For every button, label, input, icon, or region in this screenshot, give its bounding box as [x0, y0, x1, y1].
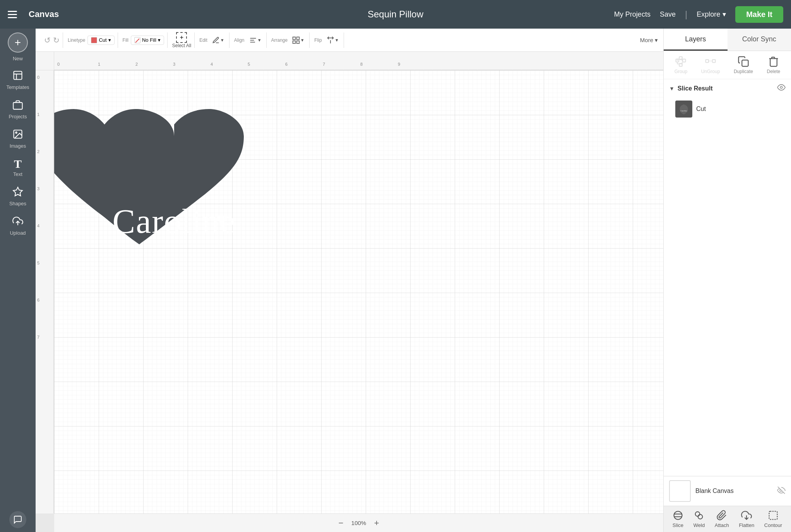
- text-label: Text: [13, 171, 22, 177]
- layer-section-header[interactable]: ▼ Slice Result: [664, 79, 791, 97]
- tab-layers[interactable]: Layers: [664, 29, 728, 51]
- text-icon: T: [14, 158, 22, 170]
- layer-thumbnail: Caroline: [675, 101, 692, 118]
- undo-button[interactable]: ↺: [44, 36, 51, 45]
- align-button[interactable]: ▾: [247, 35, 263, 46]
- svg-text:4: 4: [211, 62, 213, 66]
- attach-tool[interactable]: Attach: [715, 510, 729, 528]
- canvas-container: 0 1 2 3 4 5 6 7 8 9 0 1 2: [36, 52, 663, 532]
- slice-label: Slice: [673, 522, 683, 528]
- delete-action[interactable]: Delete: [767, 56, 781, 74]
- svg-point-48: [780, 86, 782, 89]
- flatten-tool[interactable]: Flatten: [739, 510, 754, 528]
- fill-label: Fill: [123, 38, 128, 43]
- svg-point-54: [695, 512, 700, 517]
- sidebar-item-templates[interactable]: Templates: [0, 66, 36, 94]
- sidebar-item-shapes[interactable]: Shapes: [0, 182, 36, 210]
- select-all-icon: +: [176, 32, 187, 43]
- weld-tool[interactable]: Weld: [693, 510, 705, 528]
- templates-label: Templates: [6, 84, 29, 90]
- blank-canvas-visibility-icon[interactable]: [777, 486, 786, 496]
- make-it-button[interactable]: Make It: [735, 6, 783, 23]
- duplicate-icon: [738, 56, 749, 67]
- group-label: Group: [675, 69, 687, 74]
- svg-rect-10: [293, 37, 296, 39]
- menu-button[interactable]: [8, 11, 17, 18]
- contour-tool[interactable]: Contour: [764, 510, 782, 528]
- linetype-group: Linetype Cut ▾: [65, 32, 118, 48]
- svg-rect-44: [706, 60, 709, 63]
- edit-group: Edit ▾: [196, 32, 229, 48]
- svg-text:6: 6: [37, 298, 39, 302]
- group-action[interactable]: Group: [675, 56, 687, 74]
- svg-rect-12: [293, 41, 296, 43]
- zoom-in-button[interactable]: +: [371, 517, 382, 529]
- duplicate-label: Duplicate: [734, 69, 753, 74]
- sidebar-item-upload[interactable]: Upload: [0, 212, 36, 240]
- new-button[interactable]: +: [8, 32, 28, 53]
- fill-select[interactable]: No Fill ▾: [131, 36, 164, 45]
- my-projects-button[interactable]: My Projects: [614, 10, 651, 19]
- sidebar-item-images[interactable]: Images: [0, 125, 36, 153]
- bottom-panel: Blank Canvas Slice: [664, 476, 791, 532]
- svg-text:2: 2: [135, 62, 138, 66]
- svg-text:2: 2: [37, 149, 39, 154]
- more-label: More: [640, 37, 653, 43]
- layer-actions: Group UnGroup Duplicate: [664, 51, 791, 79]
- zoom-bar: − 100% +: [54, 513, 663, 532]
- flip-button[interactable]: ▾: [324, 35, 341, 46]
- upload-icon: [12, 216, 23, 228]
- svg-text:0: 0: [37, 75, 39, 80]
- tab-color-sync[interactable]: Color Sync: [728, 29, 791, 51]
- fill-arrow: ▾: [158, 37, 161, 43]
- redo-button[interactable]: ↻: [53, 36, 60, 45]
- flatten-label: Flatten: [739, 522, 754, 528]
- svg-rect-41: [683, 59, 686, 62]
- sidebar-item-projects[interactable]: Projects: [0, 95, 36, 123]
- layer-item[interactable]: Caroline Cut: [664, 97, 791, 121]
- ungroup-action[interactable]: UnGroup: [701, 56, 720, 74]
- edit-button[interactable]: ▾: [210, 35, 226, 46]
- fill-color: [134, 37, 140, 43]
- grid-canvas[interactable]: Caroline ♥: [54, 70, 663, 513]
- svg-text:5: 5: [37, 261, 39, 265]
- weld-icon: [693, 510, 704, 521]
- templates-icon: [12, 70, 23, 83]
- edit-arrow: ▾: [221, 37, 224, 43]
- svg-point-55: [698, 515, 703, 519]
- svg-text:1: 1: [98, 62, 100, 66]
- explore-button[interactable]: Explore ▾: [697, 10, 726, 19]
- toolbar: ↺ ↻ Linetype Cut ▾ Fill No Fill ▾: [36, 29, 663, 52]
- projects-label: Projects: [9, 114, 27, 119]
- projects-icon: [12, 99, 23, 112]
- arrange-button[interactable]: ▾: [290, 35, 306, 46]
- duplicate-action[interactable]: Duplicate: [734, 56, 753, 74]
- select-all-label: Select All: [172, 43, 191, 48]
- new-label: New: [13, 56, 23, 61]
- arrange-group: Arrange ▾: [268, 32, 310, 48]
- delete-label: Delete: [767, 69, 781, 74]
- svg-text:7: 7: [323, 62, 325, 66]
- header-right: My Projects Save | Explore ▾ Make It: [614, 6, 783, 23]
- save-button[interactable]: Save: [660, 10, 676, 19]
- svg-text:3: 3: [173, 62, 175, 66]
- section-title: Slice Result: [678, 85, 774, 92]
- svg-rect-57: [769, 512, 777, 520]
- slice-tool[interactable]: Slice: [673, 510, 683, 528]
- section-visibility-icon[interactable]: [777, 83, 786, 94]
- sidebar-item-text[interactable]: T Text: [0, 154, 36, 181]
- linetype-select[interactable]: Cut ▾: [87, 36, 114, 45]
- linetype-value: Cut: [99, 37, 106, 43]
- select-all-button[interactable]: + Select All: [172, 32, 191, 48]
- zoom-out-button[interactable]: −: [335, 517, 347, 529]
- main-layout: + New Templates Projects: [0, 29, 791, 532]
- fill-value: No Fill: [142, 37, 156, 43]
- svg-rect-13: [297, 41, 300, 43]
- left-sidebar: + New Templates Projects: [0, 29, 36, 532]
- svg-text:♥: ♥: [216, 210, 225, 228]
- svg-text:3: 3: [37, 186, 39, 191]
- more-button[interactable]: More ▾: [640, 37, 658, 44]
- svg-rect-0: [14, 72, 22, 80]
- contour-icon: [768, 510, 779, 521]
- chat-button[interactable]: [9, 511, 26, 528]
